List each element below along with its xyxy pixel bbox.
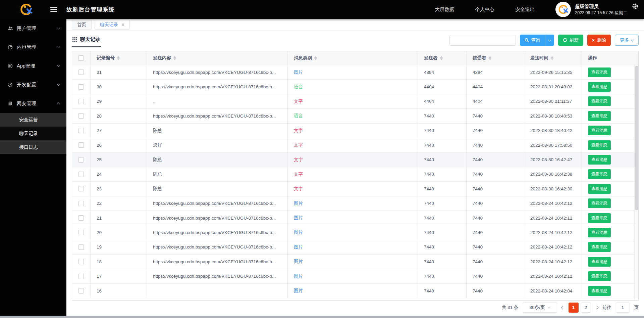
sender-cell: 7440 <box>418 182 467 196</box>
record-id-cell: 29 <box>91 94 147 108</box>
column-header-3[interactable]: 消息类别 <box>288 51 418 65</box>
column-header-4[interactable]: 发送者 <box>418 51 467 65</box>
view-message-button[interactable]: 查看消息 <box>588 213 611 223</box>
row-checkbox[interactable] <box>78 70 84 75</box>
time-cell: 2022-08-24 10:42:12 <box>524 211 582 225</box>
goto-page-input[interactable] <box>616 303 630 313</box>
view-message-button[interactable]: 查看消息 <box>588 82 611 92</box>
view-message-button[interactable]: 查看消息 <box>588 111 611 121</box>
view-message-button[interactable]: 查看消息 <box>588 271 611 281</box>
sidebar-subitem-chat-records[interactable]: 聊天记录 <box>0 127 66 140</box>
sort-icon[interactable] <box>489 56 491 60</box>
row-checkbox[interactable] <box>78 142 84 148</box>
column-header-1[interactable]: 记录编号 <box>91 51 147 65</box>
view-message-button[interactable]: 查看消息 <box>588 67 611 77</box>
sidebar-item-netsec-mgmt[interactable]: 网安管理 <box>0 94 66 113</box>
row-checkbox[interactable] <box>78 201 84 206</box>
table-row: 28https://vkceyugu.cdn.bspapp.com/VKCEYU… <box>72 109 638 123</box>
view-message-button[interactable]: 查看消息 <box>588 126 611 135</box>
view-message-button[interactable]: 查看消息 <box>588 198 611 208</box>
view-message-button[interactable]: 查看消息 <box>588 96 611 106</box>
time-cell: 2022-08-30 16:42:47 <box>524 152 582 167</box>
prev-page-icon[interactable] <box>561 306 565 309</box>
table-row: 19https://vkceyugu.cdn.bspapp.com/VKCEYU… <box>72 240 638 255</box>
action-cell: 查看消息 <box>582 284 629 298</box>
row-checkbox[interactable] <box>78 84 84 90</box>
column-header-6[interactable]: 发送时间 <box>524 51 582 65</box>
current-datetime: 2022.09.27 15:57:26 星期二 <box>575 10 627 16</box>
table-row: 17https://vkceyugu.cdn.bspapp.com/VKCEYU… <box>72 269 638 283</box>
view-message-button[interactable]: 查看消息 <box>588 228 611 237</box>
action-cell: 查看消息 <box>582 225 629 239</box>
sender-cell: 4394 <box>418 65 467 79</box>
avatar[interactable] <box>555 2 571 17</box>
row-checkbox[interactable] <box>78 157 84 163</box>
content-cell: https://vkceyugu.cdn.bspapp.com/VKCEYUGU… <box>147 211 288 225</box>
row-checkbox[interactable] <box>78 230 84 235</box>
sort-icon[interactable] <box>314 56 317 60</box>
view-message-button[interactable]: 查看消息 <box>588 184 611 194</box>
sort-icon[interactable] <box>117 56 120 60</box>
page-button-1[interactable]: 1 <box>569 303 579 313</box>
page-title-wrap: 聊天记录 <box>72 36 101 47</box>
next-page-icon[interactable] <box>595 306 598 309</box>
row-checkbox[interactable] <box>78 186 84 191</box>
row-select-cell <box>72 138 91 152</box>
table-row: 27陈总文字744074402022-08-30 18:40:42查看消息 <box>72 124 638 138</box>
sidebar-item-user-mgmt[interactable]: 用户管理 <box>0 19 66 38</box>
row-checkbox[interactable] <box>78 172 84 177</box>
action-cell: 查看消息 <box>582 182 629 196</box>
page-size-select[interactable]: 30条/页 <box>523 303 557 313</box>
tab-chat-records[interactable]: 聊天记录× <box>95 20 130 30</box>
record-id-cell: 19 <box>91 240 147 254</box>
row-checkbox[interactable] <box>78 259 84 264</box>
nav-item-big-screen[interactable]: 大屏数据 <box>435 6 454 13</box>
refresh-button[interactable]: 刷新 <box>558 35 583 46</box>
gear-icon[interactable] <box>632 3 638 11</box>
action-cell: 查看消息 <box>582 196 629 211</box>
sidebar-subitem-security-ops[interactable]: 安全运营 <box>0 113 66 127</box>
query-button[interactable]: 查询 <box>520 35 545 46</box>
receiver-cell: 7440 <box>467 240 524 254</box>
more-button[interactable]: 更多 <box>615 35 639 46</box>
chevron-down-icon <box>57 26 60 30</box>
nav-item-profile[interactable]: 个人中心 <box>475 6 494 13</box>
sender-cell: 7440 <box>418 124 467 138</box>
view-message-button[interactable]: 查看消息 <box>588 257 611 267</box>
sort-icon[interactable] <box>440 56 443 60</box>
sidebar-item-content-mgmt[interactable]: 内容管理 <box>0 38 66 56</box>
select-all-checkbox[interactable] <box>78 55 84 61</box>
content-cell: https://vkceyugu.cdn.bspapp.com/VKCEYUGU… <box>147 269 288 283</box>
sidebar-subitem-api-logs[interactable]: 接口日志 <box>0 140 66 154</box>
time-cell: 2022-08-30 18:40:53 <box>524 109 582 123</box>
view-message-button[interactable]: 查看消息 <box>588 242 611 252</box>
query-dropdown-button[interactable] <box>545 35 554 46</box>
view-message-button[interactable]: 查看消息 <box>588 169 611 179</box>
row-checkbox[interactable] <box>78 274 84 279</box>
row-checkbox[interactable] <box>78 244 84 250</box>
row-checkbox[interactable] <box>78 215 84 221</box>
sort-icon[interactable] <box>173 56 176 60</box>
menu-toggle-icon[interactable] <box>50 7 57 12</box>
column-header-5[interactable]: 接受者 <box>467 51 524 65</box>
tab-home[interactable]: 首页 <box>72 20 92 30</box>
nav-item-logout[interactable]: 安全退出 <box>515 6 535 13</box>
view-message-button[interactable]: 查看消息 <box>588 140 611 150</box>
row-checkbox[interactable] <box>78 99 84 104</box>
sidebar-item-app-mgmt[interactable]: App管理 <box>0 56 66 75</box>
delete-button[interactable]: × 删除 <box>587 35 611 46</box>
sort-icon[interactable] <box>551 56 553 60</box>
close-icon[interactable]: × <box>121 22 124 28</box>
view-message-button[interactable]: 查看消息 <box>588 286 611 296</box>
page-button-2[interactable]: 2 <box>581 303 591 313</box>
view-message-button[interactable]: 查看消息 <box>588 155 611 165</box>
column-header-label: 消息类别 <box>294 55 312 61</box>
row-checkbox[interactable] <box>78 288 84 293</box>
sidebar-item-dev-config[interactable]: 开发配置 <box>0 75 66 94</box>
column-header-2[interactable]: 发送内容 <box>147 51 288 65</box>
row-checkbox[interactable] <box>78 113 84 119</box>
table-scrollbar-thumb[interactable] <box>635 66 638 210</box>
search-input[interactable] <box>449 35 516 46</box>
row-checkbox[interactable] <box>78 128 84 133</box>
table-scrollbar-track[interactable] <box>634 65 638 300</box>
